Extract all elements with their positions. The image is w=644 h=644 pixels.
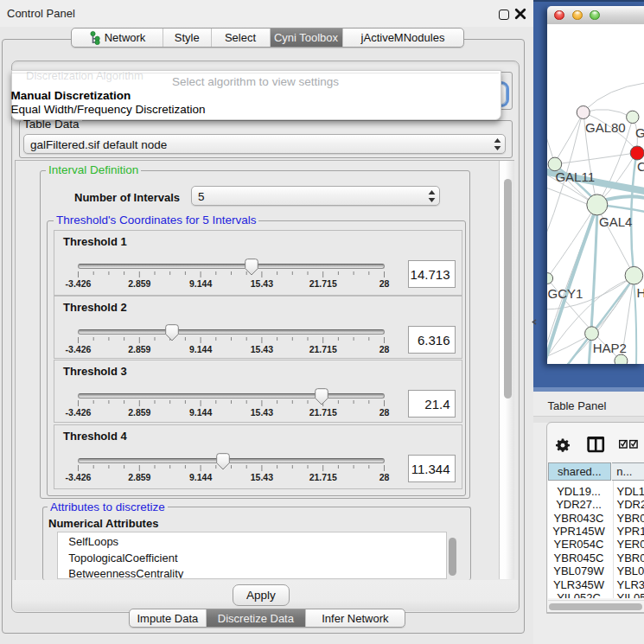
svg-text:GAL11: GAL11 [555, 169, 595, 183]
svg-text:GAL4: GAL4 [599, 214, 632, 228]
svg-text:G.: G. [635, 124, 644, 139]
svg-text:C: C [637, 159, 644, 174]
svg-text:GAL80: GAL80 [585, 119, 626, 134]
svg-text:HAP2: HAP2 [593, 340, 627, 354]
svg-text:GCY1: GCY1 [548, 285, 583, 300]
svg-text:H: H [637, 284, 644, 299]
